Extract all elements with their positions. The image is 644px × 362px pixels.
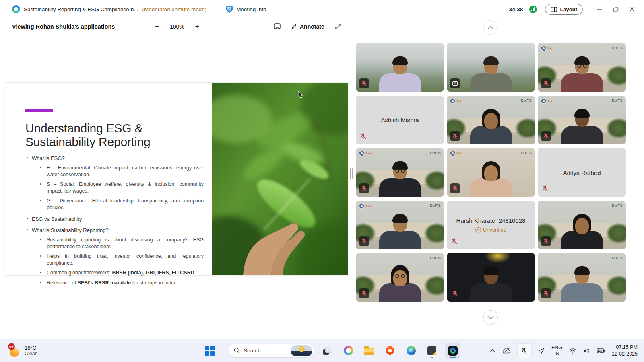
search-highlight-image [291, 345, 312, 356]
weather-widget[interactable]: 9+ 18°C Clear [9, 345, 81, 357]
mic-muted-indicator [541, 131, 551, 141]
layout-grid-icon [551, 7, 557, 12]
tray-show-hidden-icons[interactable] [490, 349, 495, 352]
meeting-info-button[interactable]: Meeting Info [236, 6, 266, 12]
viewing-label: Viewing Rohan Shukla's applications [12, 23, 115, 30]
file-explorer-button[interactable] [361, 343, 377, 359]
scroll-participants-down-button[interactable] [483, 310, 498, 325]
brave-browser-button[interactable] [382, 343, 398, 359]
mic-muted-indicator [359, 288, 369, 298]
share-view-icon[interactable] [274, 23, 281, 30]
unverified-badge: ?Unverified [447, 227, 535, 233]
participant-tile[interactable]: DoITS [538, 253, 626, 302]
doits-watermark: DoITS [430, 255, 441, 260]
brave-icon [386, 346, 394, 356]
participant-tile[interactable]: Aditya Rathod [538, 148, 626, 197]
tray-mic-muted-button[interactable] [518, 344, 531, 358]
slide-bullet: ESG vs Sustainability [32, 216, 208, 222]
webex-logo-icon [12, 5, 20, 13]
windows-logo-icon [205, 346, 215, 356]
edge-browser-button[interactable] [403, 343, 419, 359]
layout-button[interactable]: Layout [545, 4, 583, 15]
search-box[interactable]: Search [229, 344, 314, 357]
mic-muted-indicator [360, 133, 367, 141]
windows-taskbar: 9+ 18°C Clear Search [0, 339, 644, 362]
slide-accent-bar [25, 109, 53, 112]
participant-video [465, 58, 517, 92]
slide-bullet: What is ESG? [32, 155, 208, 161]
panel-resize-handle[interactable] [350, 168, 353, 179]
participant-tile[interactable]: Harsh Kharate_24810028?Unverified [447, 201, 535, 249]
mic-muted-indicator [541, 236, 551, 246]
doits-watermark: DoITS [430, 150, 441, 155]
mic-muted-icon [521, 347, 528, 354]
wifi-icon[interactable] [569, 348, 576, 354]
participant-name: Harsh Kharate_24810028?Unverified [447, 217, 535, 233]
participant-video [556, 216, 608, 249]
battery-icon[interactable] [597, 348, 605, 353]
connection-quality-icon[interactable] [529, 6, 537, 13]
participant-video [374, 268, 426, 302]
mic-muted-indicator [450, 131, 460, 141]
participant-tile[interactable]: DoITS [356, 253, 444, 302]
iit-roorkee-logo: 175 [359, 150, 372, 156]
participant-tile[interactable]: Ashish Mishra [356, 96, 444, 144]
task-view-button[interactable] [320, 343, 335, 359]
maximize-restore-button[interactable] [609, 3, 622, 15]
slide-bullet: What is Sustainability Reporting? [32, 227, 208, 233]
participant-name: Aditya Rathod [538, 169, 626, 176]
participant-tile[interactable]: 175DoITS [447, 148, 535, 197]
time: 07:15 PM [612, 344, 638, 351]
zoom-in-button[interactable]: + [193, 22, 201, 31]
mic-muted-indicator [451, 238, 458, 246]
slide-bullet: Common global frameworks: BRSR (India), … [47, 269, 204, 276]
search-placeholder: Search [244, 348, 291, 354]
zoom-out-button[interactable]: − [153, 22, 161, 31]
edge-icon [407, 346, 416, 355]
doits-watermark: DoITS [612, 203, 623, 208]
webex-app-button[interactable] [445, 343, 460, 359]
annotate-button[interactable]: Annotate [291, 23, 324, 30]
participant-tile[interactable]: 175DoITS [356, 148, 444, 197]
participant-tile[interactable] [447, 253, 535, 302]
participant-video [556, 111, 608, 144]
iit-roorkee-logo: 175 [541, 98, 553, 104]
participant-tile[interactable]: 175DoITS [538, 43, 626, 92]
notes-app-button[interactable] [424, 343, 440, 359]
expand-share-icon[interactable] [335, 24, 341, 30]
start-button[interactable] [202, 343, 217, 359]
date: 12-02-2025 [612, 351, 638, 358]
clock[interactable]: 07:15 PM 12-02-2025 [612, 344, 638, 358]
participant-tile[interactable]: 175DoITS [447, 96, 535, 144]
screen-share-indicator [450, 78, 460, 88]
pen-icon [291, 24, 297, 30]
slide-bullet: E – Environmental: Climate impact, carbo… [47, 165, 204, 178]
webex-meeting-window: Sustainability Reporting & ESG Complianc… [0, 0, 644, 362]
iit-roorkee-logo: 175 [450, 150, 462, 156]
share-control-bar: Viewing Rohan Shukla's applications − 10… [0, 19, 644, 34]
participant-tile[interactable]: DoITS [538, 201, 626, 249]
participant-tile[interactable] [447, 43, 535, 92]
copilot-button[interactable] [341, 343, 356, 359]
participant-tile[interactable]: 175DoITS [538, 96, 626, 144]
zoom-level: 100% [170, 23, 184, 30]
news-badge: 9+ [8, 343, 15, 350]
onedrive-icon[interactable] [502, 348, 511, 354]
slide-bullet-list: What is ESG?E – Environmental: Climate i… [25, 155, 208, 286]
participant-video [556, 268, 608, 302]
minimize-button[interactable] [593, 3, 606, 15]
mic-muted-indicator [359, 236, 369, 246]
volume-icon[interactable] [583, 348, 590, 354]
language-indicator[interactable]: ENG IN [551, 345, 562, 357]
doits-watermark: DoITS [521, 98, 532, 103]
participant-tile[interactable] [356, 43, 444, 92]
iit-roorkee-logo: 175 [359, 203, 372, 209]
iit-roorkee-logo: 175 [450, 98, 462, 104]
close-button[interactable] [625, 3, 638, 15]
participant-video [465, 268, 517, 302]
scroll-participants-up-button[interactable] [483, 20, 498, 35]
location-icon[interactable] [538, 348, 545, 354]
meeting-timer: 34:38 [509, 6, 523, 12]
meeting-title: Sustainability Reporting & ESG Complianc… [24, 6, 138, 12]
participant-tile[interactable]: 175DoITS [356, 201, 444, 249]
